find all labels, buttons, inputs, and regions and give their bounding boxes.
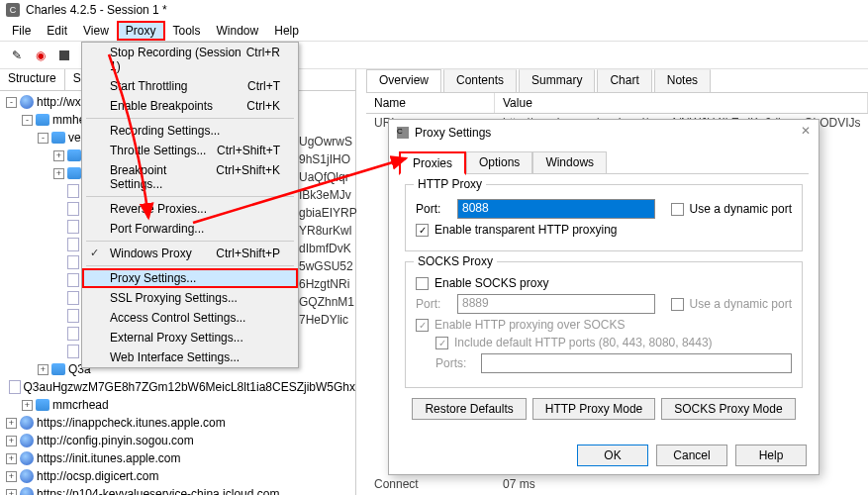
menu-item-recording-settings[interactable]: Recording Settings... bbox=[82, 121, 298, 141]
socks-port-input[interactable]: 8889 bbox=[457, 294, 655, 314]
globe-icon bbox=[20, 95, 34, 109]
expand-icon[interactable]: - bbox=[38, 133, 48, 144]
ok-button[interactable]: OK bbox=[577, 445, 648, 466]
menu-label: Access Control Settings... bbox=[110, 311, 245, 325]
globe-icon bbox=[20, 469, 34, 483]
socks-dynamic-checkbox[interactable] bbox=[671, 298, 684, 311]
transparent-label: Enable transparent HTTP proxying bbox=[434, 223, 618, 237]
mode-buttons: Restore Defaults HTTP Proxy Mode SOCKS P… bbox=[389, 398, 819, 420]
tab-overview[interactable]: Overview bbox=[366, 69, 441, 92]
file-icon bbox=[67, 273, 79, 287]
tree-label: http://wx. bbox=[37, 95, 84, 109]
menu-help[interactable]: Help bbox=[266, 22, 307, 40]
menu-item-throttle-settings[interactable]: Throttle Settings...Ctrl+Shift+T bbox=[82, 141, 298, 160]
expand-icon[interactable]: + bbox=[53, 168, 64, 179]
tab-notes[interactable]: Notes bbox=[654, 69, 711, 92]
menu-label: Start Throttling bbox=[110, 79, 187, 93]
restore-defaults-button[interactable]: Restore Defaults bbox=[412, 398, 526, 420]
col-value[interactable]: Value bbox=[495, 93, 868, 113]
tree-item[interactable]: +http://ocsp.digicert.com bbox=[0, 467, 355, 485]
expand-icon[interactable]: + bbox=[6, 436, 17, 446]
menu-label: Recording Settings... bbox=[110, 124, 220, 138]
menu-tools[interactable]: Tools bbox=[165, 22, 209, 40]
tree-item[interactable]: +https://inappcheck.itunes.apple.com bbox=[0, 414, 355, 432]
tree-label: mmcrhead bbox=[52, 398, 109, 412]
tree-item[interactable]: +https://init.itunes.apple.com bbox=[0, 449, 355, 467]
menu-item-web-interface-settings[interactable]: Web Interface Settings... bbox=[82, 347, 298, 367]
dynamic-port-checkbox[interactable] bbox=[671, 203, 684, 216]
menu-view[interactable]: View bbox=[75, 22, 117, 40]
menu-item-start-throttling[interactable]: Start ThrottlingCtrl+T bbox=[82, 76, 298, 96]
tab-windows[interactable]: Windows bbox=[532, 151, 607, 173]
menu-window[interactable]: Window bbox=[209, 22, 267, 40]
expand-icon[interactable]: + bbox=[6, 489, 17, 496]
menu-item-port-forwarding[interactable]: Port Forwarding... bbox=[82, 219, 298, 239]
help-button[interactable]: Help bbox=[735, 445, 807, 466]
window-title: Charles 4.2.5 - Session 1 * bbox=[26, 3, 167, 17]
tree-item[interactable]: +https://p104-keyvalueservice-china.iclo… bbox=[0, 485, 355, 495]
expand-icon[interactable]: + bbox=[53, 150, 64, 161]
tree-label: http://config.pinyin.sogou.com bbox=[37, 434, 194, 447]
menu-label: Breakpoint Settings... bbox=[110, 163, 216, 191]
menu-label: Stop Recording (Session 1) bbox=[110, 46, 246, 73]
menu-item-enable-breakpoints[interactable]: Enable BreakpointsCtrl+K bbox=[82, 96, 298, 116]
menu-item-ssl-proxying-settings[interactable]: SSL Proxying Settings... bbox=[82, 288, 298, 308]
menu-label: Enable Breakpoints bbox=[110, 99, 213, 113]
socks-mode-button[interactable]: SOCKS Proxy Mode bbox=[661, 398, 795, 420]
menu-label: Throttle Settings... bbox=[110, 144, 206, 157]
dialog-footer: OK Cancel Help bbox=[577, 445, 807, 466]
expand-icon[interactable]: - bbox=[22, 115, 33, 126]
tab-options[interactable]: Options bbox=[466, 151, 532, 173]
expand-icon[interactable]: + bbox=[6, 471, 17, 482]
expand-icon[interactable]: + bbox=[22, 400, 33, 411]
http-port-input[interactable]: 8088 bbox=[457, 199, 655, 219]
menu-label: SSL Proxying Settings... bbox=[110, 291, 238, 305]
expand-icon[interactable]: + bbox=[6, 453, 17, 464]
close-icon[interactable]: ✕ bbox=[801, 124, 811, 138]
col-name[interactable]: Name bbox=[366, 93, 495, 113]
record-icon: ◉ bbox=[36, 49, 46, 62]
tree-item[interactable]: +http://config.pinyin.sogou.com bbox=[0, 432, 355, 449]
file-icon bbox=[67, 238, 79, 251]
check-icon: ✓ bbox=[90, 247, 99, 259]
file-icon bbox=[67, 220, 79, 234]
http-mode-button[interactable]: HTTP Proxy Mode bbox=[532, 398, 655, 420]
table-row[interactable]: Connect 07 ms bbox=[366, 475, 543, 493]
expand-icon[interactable]: + bbox=[6, 418, 17, 429]
tab-contents[interactable]: Contents bbox=[443, 69, 517, 92]
expand-icon[interactable]: - bbox=[6, 97, 17, 108]
tab-summary[interactable]: Summary bbox=[519, 69, 595, 92]
menu-file[interactable]: File bbox=[4, 22, 39, 40]
http-proxy-group: HTTP Proxy Port: 8088 Use a dynamic port… bbox=[405, 184, 803, 251]
menu-edit[interactable]: Edit bbox=[39, 22, 75, 40]
menu-proxy[interactable]: Proxy bbox=[117, 21, 165, 41]
broom-icon: ✎ bbox=[12, 49, 22, 62]
menu-item-proxy-settings[interactable]: Proxy Settings... bbox=[82, 268, 298, 288]
ports-input bbox=[481, 353, 792, 373]
expand-icon[interactable]: + bbox=[38, 364, 48, 375]
tab-structure[interactable]: Structure bbox=[0, 69, 65, 90]
stop-icon bbox=[59, 50, 69, 60]
menu-label: Proxy Settings... bbox=[110, 271, 196, 285]
tab-chart[interactable]: Chart bbox=[597, 69, 651, 92]
table-header: Name Value bbox=[366, 93, 868, 114]
menu-bar: File Edit View Proxy Tools Window Help bbox=[0, 20, 868, 42]
tab-proxies[interactable]: Proxies bbox=[399, 151, 466, 175]
menu-item-breakpoint-settings[interactable]: Breakpoint Settings...Ctrl+Shift+K bbox=[82, 160, 298, 194]
dialog-title: Proxy Settings bbox=[415, 126, 491, 140]
tree-item[interactable]: +mmcrhead bbox=[0, 396, 355, 414]
clear-button[interactable]: ✎ bbox=[6, 45, 28, 66]
menu-item-reverse-proxies[interactable]: Reverse Proxies... bbox=[82, 199, 298, 219]
menu-item-access-control-settings[interactable]: Access Control Settings... bbox=[82, 308, 298, 328]
dialog-title-bar[interactable]: C Proxy Settings ✕ bbox=[389, 120, 819, 146]
menu-item-stop-recording-session-1[interactable]: Stop Recording (Session 1)Ctrl+R bbox=[82, 43, 298, 76]
stop-button[interactable] bbox=[53, 45, 75, 66]
menu-shortcut: Ctrl+Shift+P bbox=[216, 247, 280, 260]
menu-item-windows-proxy[interactable]: ✓Windows ProxyCtrl+Shift+P bbox=[82, 244, 298, 263]
tree-item[interactable]: Q3auHgzwzM7GE8h7ZGm12bW6MeicL8lt1ia8CESZ… bbox=[0, 378, 355, 396]
transparent-checkbox[interactable]: ✓ bbox=[416, 224, 429, 237]
record-button[interactable]: ◉ bbox=[30, 45, 51, 66]
enable-socks-checkbox[interactable] bbox=[416, 277, 429, 290]
menu-item-external-proxy-settings[interactable]: External Proxy Settings... bbox=[82, 328, 298, 347]
cancel-button[interactable]: Cancel bbox=[656, 445, 727, 466]
